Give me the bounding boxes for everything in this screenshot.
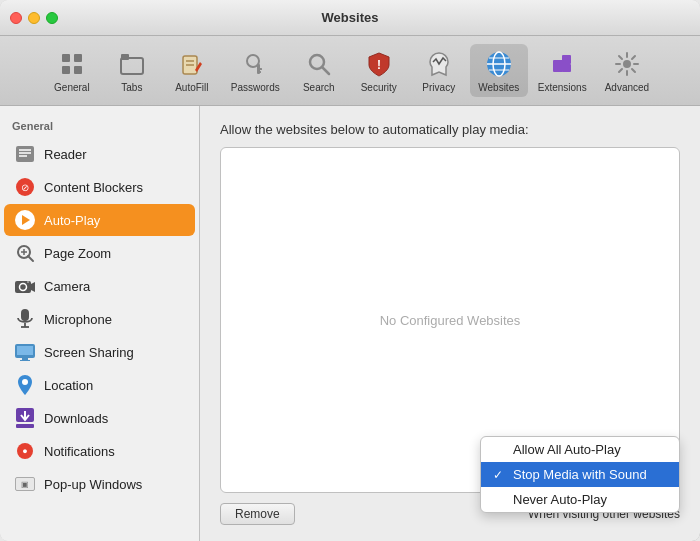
toolbar-privacy-label: Privacy bbox=[422, 82, 455, 93]
toolbar-autofill-label: AutoFill bbox=[175, 82, 208, 93]
camera-icon bbox=[14, 275, 36, 297]
popup-icon-shape: ▣ bbox=[15, 477, 35, 491]
sidebar-item-downloads[interactable]: Downloads bbox=[4, 402, 195, 434]
svg-rect-42 bbox=[17, 346, 33, 355]
toolbar-item-advanced[interactable]: Advanced bbox=[597, 44, 657, 97]
svg-rect-5 bbox=[121, 54, 129, 60]
privacy-icon bbox=[423, 48, 455, 80]
extensions-icon bbox=[546, 48, 578, 80]
svg-rect-11 bbox=[257, 68, 262, 70]
toolbar-item-autofill[interactable]: AutoFill bbox=[163, 44, 221, 97]
sidebar-item-camera[interactable]: Camera bbox=[4, 270, 195, 302]
svg-rect-21 bbox=[553, 60, 563, 72]
svg-marker-36 bbox=[31, 282, 35, 292]
sidebar-item-reader-label: Reader bbox=[44, 147, 87, 162]
toolbar-general-label: General bbox=[54, 82, 90, 93]
svg-line-31 bbox=[28, 256, 33, 261]
main-window: Websites General Tabs bbox=[0, 0, 700, 541]
dropdown-item-never[interactable]: Never Auto-Play bbox=[481, 487, 679, 512]
svg-rect-38 bbox=[21, 309, 29, 321]
toolbar-item-tabs[interactable]: Tabs bbox=[103, 44, 161, 97]
page-zoom-icon bbox=[14, 242, 36, 264]
toolbar-item-security[interactable]: ! Security bbox=[350, 44, 408, 97]
svg-rect-0 bbox=[62, 54, 70, 62]
checkmark-stop-media: ✓ bbox=[493, 468, 507, 482]
sidebar-item-page-zoom-label: Page Zoom bbox=[44, 246, 111, 261]
sidebar-item-page-zoom[interactable]: Page Zoom bbox=[4, 237, 195, 269]
passwords-icon bbox=[239, 48, 271, 80]
sidebar-item-reader[interactable]: Reader bbox=[4, 138, 195, 170]
sidebar-item-content-blockers-label: Content Blockers bbox=[44, 180, 143, 195]
svg-rect-48 bbox=[16, 424, 34, 428]
toolbar-tabs-label: Tabs bbox=[121, 82, 142, 93]
sidebar-item-location[interactable]: Location bbox=[4, 369, 195, 401]
traffic-lights bbox=[10, 12, 58, 24]
svg-rect-1 bbox=[74, 54, 82, 62]
minimize-button[interactable] bbox=[28, 12, 40, 24]
sidebar-item-screen-sharing[interactable]: Screen Sharing bbox=[4, 336, 195, 368]
reader-icon bbox=[14, 143, 36, 165]
svg-point-24 bbox=[623, 60, 631, 68]
sidebar-item-notifications-label: Notifications bbox=[44, 444, 115, 459]
location-icon bbox=[14, 374, 36, 396]
general-icon bbox=[56, 48, 88, 80]
toolbar-passwords-label: Passwords bbox=[231, 82, 280, 93]
toolbar-advanced-label: Advanced bbox=[605, 82, 649, 93]
toolbar-item-general[interactable]: General bbox=[43, 44, 101, 97]
sidebar-item-camera-label: Camera bbox=[44, 279, 90, 294]
toolbar-item-search[interactable]: Search bbox=[290, 44, 348, 97]
svg-rect-25 bbox=[16, 146, 34, 162]
toolbar-item-extensions[interactable]: Extensions bbox=[530, 44, 595, 97]
dropdown-item-stop-media[interactable]: ✓ Stop Media with Sound bbox=[481, 462, 679, 487]
advanced-icon bbox=[611, 48, 643, 80]
websites-icon bbox=[483, 48, 515, 80]
dropdown-label-allow-all: Allow All Auto-Play bbox=[513, 442, 621, 457]
svg-rect-22 bbox=[562, 55, 571, 64]
sidebar-item-popup-windows-label: Pop-up Windows bbox=[44, 477, 142, 492]
svg-marker-29 bbox=[22, 215, 30, 225]
notifications-icon: ● bbox=[14, 440, 36, 462]
dropdown-label-stop-media: Stop Media with Sound bbox=[513, 467, 647, 482]
dropdown-menu: Allow All Auto-Play ✓ Stop Media with So… bbox=[480, 436, 680, 513]
microphone-icon bbox=[14, 308, 36, 330]
maximize-button[interactable] bbox=[46, 12, 58, 24]
sidebar-item-notifications[interactable]: ● Notifications bbox=[4, 435, 195, 467]
sidebar-item-content-blockers[interactable]: ⊘ Content Blockers bbox=[4, 171, 195, 203]
svg-rect-3 bbox=[74, 66, 82, 74]
sidebar: General Reader ⊘ Content Bl bbox=[0, 106, 200, 541]
svg-point-37 bbox=[27, 281, 29, 283]
toolbar: General Tabs AutoFill bbox=[0, 36, 700, 106]
toolbar-search-label: Search bbox=[303, 82, 335, 93]
svg-rect-23 bbox=[562, 64, 571, 72]
content-blockers-icon: ⊘ bbox=[14, 176, 36, 198]
downloads-icon bbox=[14, 407, 36, 429]
toolbar-item-websites[interactable]: Websites bbox=[470, 44, 528, 97]
tabs-icon bbox=[116, 48, 148, 80]
sidebar-item-downloads-label: Downloads bbox=[44, 411, 108, 426]
search-icon bbox=[303, 48, 335, 80]
sidebar-item-microphone[interactable]: Microphone bbox=[4, 303, 195, 335]
main-panel: Allow the websites below to automaticall… bbox=[200, 106, 700, 541]
autoplay-icon bbox=[14, 209, 36, 231]
close-button[interactable] bbox=[10, 12, 22, 24]
content-area: General Reader ⊘ Content Bl bbox=[0, 106, 700, 541]
remove-button[interactable]: Remove bbox=[220, 503, 295, 525]
toolbar-item-passwords[interactable]: Passwords bbox=[223, 44, 288, 97]
toolbar-extensions-label: Extensions bbox=[538, 82, 587, 93]
svg-rect-43 bbox=[22, 358, 28, 360]
svg-text:!: ! bbox=[377, 58, 381, 72]
toolbar-security-label: Security bbox=[361, 82, 397, 93]
sidebar-item-auto-play-label: Auto-Play bbox=[44, 213, 100, 228]
svg-rect-44 bbox=[20, 360, 30, 361]
svg-point-45 bbox=[22, 379, 28, 385]
toolbar-item-privacy[interactable]: Privacy bbox=[410, 44, 468, 97]
sidebar-section-label: General bbox=[0, 116, 199, 138]
svg-line-14 bbox=[322, 67, 329, 74]
security-icon: ! bbox=[363, 48, 395, 80]
notifications-icon-shape: ● bbox=[17, 443, 33, 459]
main-description: Allow the websites below to automaticall… bbox=[220, 122, 680, 137]
autofill-icon bbox=[176, 48, 208, 80]
sidebar-item-auto-play[interactable]: Auto-Play bbox=[4, 204, 195, 236]
sidebar-item-popup-windows[interactable]: ▣ Pop-up Windows bbox=[4, 468, 195, 500]
dropdown-item-allow-all[interactable]: Allow All Auto-Play bbox=[481, 437, 679, 462]
